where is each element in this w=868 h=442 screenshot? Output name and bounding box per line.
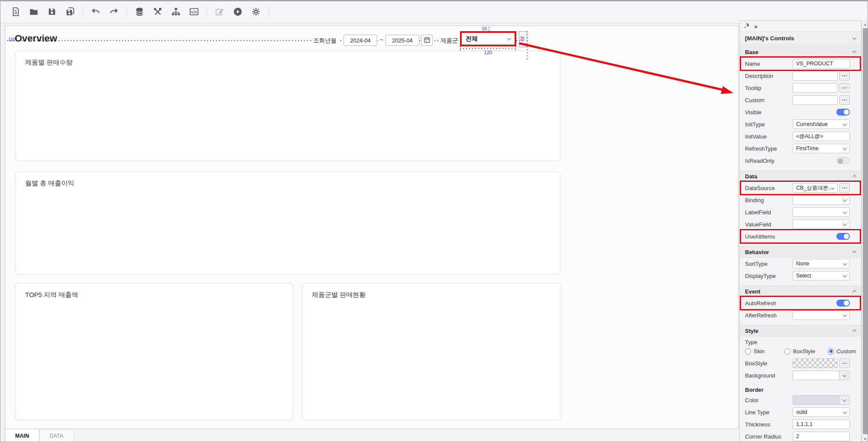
- section-behavior[interactable]: Behavior: [740, 246, 861, 258]
- labelfield-select[interactable]: [793, 207, 850, 217]
- bordercolor-dropdown-button[interactable]: [839, 395, 850, 405]
- boxstyle-swatch[interactable]: [793, 358, 838, 368]
- chevron-down-icon: [843, 146, 847, 150]
- radio-label: BoxStyle: [793, 348, 815, 355]
- toolbar-separator: [126, 6, 127, 18]
- radio-circle: [745, 348, 751, 355]
- radio-custom[interactable]: Custom: [828, 348, 856, 355]
- radio-skin[interactable]: Skin: [745, 348, 784, 355]
- prop-label: Description: [745, 73, 793, 79]
- section-style[interactable]: Style: [740, 325, 861, 336]
- toggle-knob: [844, 300, 849, 306]
- save-icon: [47, 7, 57, 18]
- prop-row-displaytype: DisplayType Select: [740, 270, 861, 282]
- open-folder-icon: [29, 7, 39, 18]
- save-all-button[interactable]: [62, 4, 78, 20]
- calendar-button[interactable]: [421, 35, 433, 46]
- autorefresh-toggle[interactable]: [836, 300, 850, 306]
- custom-ellipsis-button[interactable]: ···: [839, 95, 850, 105]
- new-file-button[interactable]: [8, 4, 23, 20]
- database-button[interactable]: [132, 4, 147, 20]
- chart-panel-top5-region[interactable]: TOP5 지역 매출액: [15, 283, 293, 420]
- undo-button[interactable]: [88, 4, 104, 20]
- code-icon: [189, 7, 199, 18]
- design-canvas[interactable]: 100 Overview 조회년월 2024-04 ~ 2025-04 제품군 …: [5, 26, 738, 429]
- scroll-up-arrow[interactable]: ▲: [862, 21, 868, 28]
- section-event[interactable]: Event: [740, 286, 861, 297]
- tab-data[interactable]: DATA: [39, 429, 74, 442]
- product-group-dropdown[interactable]: 전체: [462, 33, 515, 45]
- inspector-scrollbar[interactable]: ▲ ▼: [862, 20, 868, 442]
- tooltip-ellipsis-button[interactable]: ···: [839, 83, 850, 93]
- background-dropdown-button[interactable]: [839, 371, 850, 380]
- datasource-select[interactable]: CB_상품대분...: [793, 183, 838, 193]
- chart-panel-sales-by-product[interactable]: 제품별 판매수량: [15, 51, 560, 161]
- displaytype-select[interactable]: Select: [793, 271, 850, 281]
- prop-label: UseAllItems: [745, 233, 793, 240]
- description-ellipsis-button[interactable]: ···: [839, 71, 850, 81]
- code-button[interactable]: [186, 4, 202, 20]
- inittype-select[interactable]: CurrentValue: [793, 119, 850, 129]
- description-input[interactable]: [793, 71, 838, 81]
- boxstyle-ellipsis-button[interactable]: ···: [839, 358, 850, 368]
- custom-input[interactable]: [793, 95, 838, 105]
- section-title: Event: [745, 288, 760, 295]
- scrollbar-thumb[interactable]: [863, 28, 868, 434]
- prop-label: Thickness: [745, 421, 793, 428]
- date-to-input[interactable]: 2025-04: [385, 35, 419, 46]
- style-type-radios: Skin BoxStyle Custom: [740, 346, 861, 357]
- chevron-down-icon: [843, 273, 847, 277]
- isreadonly-toggle[interactable]: [836, 157, 850, 164]
- select-value: CurrentValue: [796, 121, 828, 127]
- useallitems-toggle[interactable]: [836, 233, 850, 240]
- hierarchy-button[interactable]: [168, 4, 184, 20]
- edit-button[interactable]: [212, 4, 227, 20]
- prop-row-afterrefresh: AfterRefresh: [740, 309, 861, 321]
- pin-icon[interactable]: [744, 23, 750, 30]
- chevron-down-icon: [843, 261, 847, 265]
- visible-toggle[interactable]: [836, 109, 850, 116]
- thickness-input[interactable]: 1,1,1,1: [793, 419, 850, 429]
- datasource-ellipsis-button[interactable]: ···: [839, 183, 850, 193]
- background-swatch[interactable]: [793, 371, 839, 380]
- cornerradius-input[interactable]: 2: [793, 432, 850, 441]
- prop-row-datasource: DataSource CB_상품대분...···: [740, 182, 861, 194]
- prop-label: AutoRefresh: [745, 300, 793, 306]
- section-base[interactable]: Base: [740, 46, 861, 58]
- save-button[interactable]: [44, 4, 60, 20]
- chart-panel-monthly-profit[interactable]: 월별 총 매출이익: [15, 171, 560, 274]
- tab-main[interactable]: MAIN: [5, 429, 39, 442]
- run-button[interactable]: [230, 4, 246, 20]
- afterrefresh-select[interactable]: [793, 310, 850, 320]
- chart-panel-sales-by-category[interactable]: 제품군별 판매현황: [302, 283, 561, 420]
- prop-row-useallitems: UseAllItems: [740, 230, 861, 242]
- controls-header[interactable]: [MAIN]'s Controls: [740, 32, 861, 45]
- section-data[interactable]: Data: [740, 171, 861, 182]
- prop-label: Line Type: [745, 409, 793, 416]
- initvalue-input[interactable]: <@ALL@>: [793, 132, 850, 141]
- valuefield-select[interactable]: [793, 219, 850, 229]
- radio-boxstyle[interactable]: BoxStyle: [784, 348, 828, 355]
- refreshtype-select[interactable]: FirstTime: [793, 144, 850, 153]
- sorttype-select[interactable]: None: [793, 259, 850, 268]
- bordercolor-swatch[interactable]: [793, 395, 839, 405]
- tooltip-input[interactable]: [793, 83, 838, 93]
- collapse-panel-icon[interactable]: »: [754, 23, 758, 30]
- binding-select[interactable]: [793, 195, 850, 205]
- tools-button[interactable]: [150, 4, 165, 20]
- select-value: FirstTime: [796, 145, 819, 152]
- settings-button[interactable]: [248, 4, 264, 20]
- scroll-down-arrow[interactable]: ▼: [862, 436, 868, 442]
- radio-label: Skin: [754, 348, 764, 355]
- redo-button[interactable]: [106, 4, 122, 20]
- dim-width-label: 120: [460, 50, 516, 55]
- radio-circle: [784, 348, 790, 355]
- select-value: None: [796, 261, 809, 267]
- linetype-select[interactable]: solid: [793, 407, 850, 417]
- chevron-down-icon: [843, 313, 847, 317]
- chevron-down-icon: [842, 373, 847, 377]
- date-from-input[interactable]: 2024-04: [343, 35, 377, 46]
- name-input[interactable]: VS_PRODUCT: [793, 59, 850, 68]
- open-folder-button[interactable]: [26, 4, 42, 20]
- chevron-up-icon: [852, 174, 857, 179]
